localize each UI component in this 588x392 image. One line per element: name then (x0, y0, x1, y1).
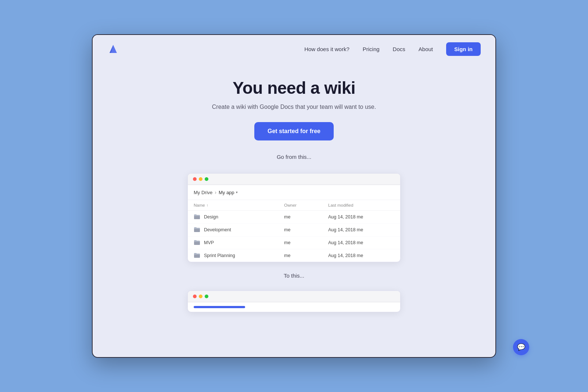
breadcrumb-root[interactable]: My Drive (194, 190, 212, 195)
mockup-titlebar (188, 174, 400, 185)
minimize-dot (199, 177, 202, 181)
sort-icon: ↑ (207, 203, 208, 207)
hero-section: You need a wiki Create a wiki with Googl… (205, 63, 383, 173)
second-mockup-titlebar (188, 291, 400, 302)
section2-wrapper: To this... (284, 272, 304, 285)
signin-button[interactable]: Sign in (446, 42, 481, 56)
nav-how-it-works[interactable]: How does it work? (304, 46, 349, 52)
file-name-cell: Sprint Planning (194, 252, 284, 259)
table-row[interactable]: MVP me Aug 14, 2018 me (188, 236, 400, 249)
table-row[interactable]: Sprint Planning me Aug 14, 2018 me (188, 249, 400, 262)
progress-bar (194, 306, 245, 308)
col-name: Name ↑ (194, 203, 284, 207)
section2-label: To this... (284, 272, 304, 279)
folder-icon (194, 252, 200, 259)
table-row[interactable]: Development me Aug 14, 2018 me (188, 224, 400, 236)
col-owner: Owner (284, 203, 328, 207)
browser-window: How does it work? Pricing Docs About Sig… (92, 34, 496, 358)
close-dot (193, 177, 197, 181)
second-mockup-content (188, 302, 400, 312)
hero-subtitle: Create a wiki with Google Docs that your… (212, 104, 376, 110)
file-table-header: Name ↑ Owner Last modified (188, 200, 400, 211)
second-mockup (187, 291, 401, 312)
file-name-cell: Development (194, 227, 284, 233)
breadcrumb-sep: › (215, 189, 216, 195)
minimize-dot-2 (199, 295, 202, 298)
file-name-cell: MVP (194, 239, 284, 246)
get-started-button[interactable]: Get started for free (254, 122, 334, 140)
hero-title: You need a wiki (233, 78, 355, 98)
nav-links: How does it work? Pricing Docs About Sig… (304, 42, 481, 56)
content-area: You need a wiki Create a wiki with Googl… (93, 63, 495, 357)
chat-icon: 💬 (517, 343, 525, 351)
maximize-dot (205, 177, 208, 181)
nav-pricing[interactable]: Pricing (363, 46, 380, 52)
row-owner: me (284, 253, 328, 258)
row-owner: me (284, 214, 328, 220)
folder-icon (194, 214, 200, 220)
table-row[interactable]: Design me Aug 14, 2018 me (188, 211, 400, 224)
breadcrumb: My Drive › My app ▾ (188, 185, 400, 200)
navigation: How does it work? Pricing Docs About Sig… (93, 35, 495, 63)
row-date: Aug 14, 2018 me (328, 253, 394, 258)
row-date: Aug 14, 2018 me (328, 214, 394, 220)
chevron-down-icon: ▾ (236, 190, 238, 194)
file-name-cell: Design (194, 214, 284, 220)
nav-docs[interactable]: Docs (393, 46, 405, 52)
nav-about[interactable]: About (419, 46, 433, 52)
folder-icon (194, 227, 200, 233)
row-date: Aug 14, 2018 me (328, 240, 394, 245)
breadcrumb-child[interactable]: My app ▾ (219, 190, 238, 195)
row-owner: me (284, 240, 328, 245)
maximize-dot-2 (205, 295, 208, 298)
drive-mockup: My Drive › My app ▾ Name ↑ Owner Last mo… (187, 173, 401, 262)
close-dot-2 (193, 295, 197, 298)
row-date: Aug 14, 2018 me (328, 227, 394, 232)
col-last-modified: Last modified (328, 203, 394, 207)
folder-icon (194, 239, 200, 246)
row-owner: me (284, 227, 328, 232)
chat-button[interactable]: 💬 (513, 339, 529, 355)
section1-label: Go from this... (277, 154, 311, 160)
logo[interactable] (107, 43, 119, 55)
